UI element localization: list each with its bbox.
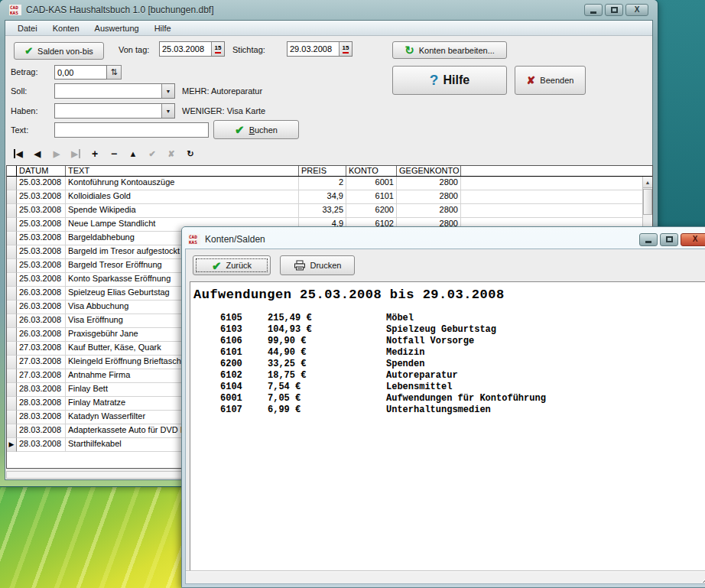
cell-datum[interactable]: 26.03.2008 [17,300,66,314]
scroll-up-button[interactable]: ▲ [643,177,652,188]
cell-preis[interactable]: 33,25 [299,204,346,218]
table-row[interactable]: 25.03.2008 Kontoführung Kontoauszüge 2 6… [7,177,652,190]
dialog-close-button[interactable]: X [681,233,705,246]
close-button[interactable]: X [625,4,648,16]
row-selector[interactable] [7,190,17,204]
menu-hilfe[interactable]: Hilfe [148,22,177,34]
table-row[interactable]: 25.03.2008 Spende Wikipedia 33,25 6200 2… [7,204,652,218]
row-selector[interactable] [7,245,17,259]
cell-preis[interactable]: 2 [299,177,346,190]
drucken-button[interactable]: Drucken [280,255,355,275]
cell-datum[interactable]: 25.03.2008 [17,273,66,287]
cell-datum[interactable]: 25.03.2008 [17,232,66,245]
cell-preis[interactable]: 34,9 [299,190,346,204]
buchen-button[interactable]: ✔ Buchen [213,120,299,139]
row-selector[interactable] [7,218,17,232]
scrollbar-thumb[interactable] [643,189,652,215]
beenden-button[interactable]: ✘ Beenden [515,66,586,95]
cell-datum[interactable]: 28.03.2008 [17,411,66,424]
menu-konten[interactable]: Konten [47,22,86,34]
main-titlebar[interactable]: CAD KAS CAD-KAS Haushaltsbuch 1.0 [buchu… [5,0,653,20]
betrag-input[interactable] [54,65,107,80]
von-tag-calendar-button[interactable]: 15 [211,42,224,56]
table-row[interactable]: 25.03.2008 Kolloidiales Gold 34,9 6101 2… [7,190,652,204]
row-selector[interactable] [7,369,17,383]
cell-gegenkonto[interactable]: 2800 [397,177,461,190]
cell-text[interactable]: Spende Wikipedia [66,204,299,218]
header-gegenkonto[interactable]: GEGENKONTO [397,166,461,176]
cancel-edit-button[interactable]: ✘ [166,148,177,159]
row-selector[interactable] [7,383,17,397]
row-selector[interactable] [7,259,17,273]
row-selector[interactable] [7,287,17,300]
cell-datum[interactable]: 26.03.2008 [17,328,66,342]
last-record-button[interactable]: ▶ [70,148,81,159]
cell-konto[interactable]: 6200 [346,204,397,218]
cell-datum[interactable]: 27.03.2008 [17,342,66,356]
row-selector[interactable] [7,273,17,287]
dialog-maximize-button[interactable] [660,233,678,246]
row-selector[interactable] [7,204,17,218]
cell-gegenkonto[interactable]: 2800 [397,190,461,204]
cell-datum[interactable]: 25.03.2008 [17,259,66,273]
row-selector[interactable] [7,356,17,369]
von-tag-input[interactable] [160,42,211,56]
row-selector[interactable] [7,314,17,328]
cell-konto[interactable]: 6001 [346,177,397,190]
maximize-button[interactable] [605,4,623,16]
header-text[interactable]: TEXT [66,166,299,176]
cell-datum[interactable]: 27.03.2008 [17,369,66,383]
haben-input[interactable] [55,104,161,118]
row-selector[interactable] [7,411,17,424]
soll-input[interactable] [55,84,161,98]
resize-grip[interactable] [701,573,705,583]
salden-von-bis-button[interactable]: ✔ Salden von-bis [14,42,104,60]
header-konto[interactable]: KONTO [346,166,397,176]
zurueck-button[interactable]: ✔ Zurück [193,255,271,275]
cell-datum[interactable]: 28.03.2008 [17,383,66,397]
delete-record-button[interactable]: − [109,148,119,159]
cell-datum[interactable]: 26.03.2008 [17,287,66,300]
post-edit-button[interactable]: ✔ [147,148,158,159]
cell-datum[interactable]: 28.03.2008 [17,424,66,438]
cell-text[interactable]: Kontoführung Kontoauszüge [66,177,299,190]
first-record-button[interactable]: ◀ [13,148,24,159]
row-selector[interactable] [7,177,17,190]
cell-gegenkonto[interactable]: 2800 [397,204,461,218]
header-datum[interactable]: DATUM [17,166,66,176]
cell-datum[interactable]: 25.03.2008 [17,190,66,204]
betrag-spinner[interactable]: ⇅ [107,65,122,80]
cell-konto[interactable]: 6101 [346,190,397,204]
next-record-button[interactable]: ▶ [51,148,62,159]
cell-datum[interactable]: 28.03.2008 [17,438,66,452]
hilfe-button[interactable]: ? Hilfe [392,66,507,95]
dialog-titlebar[interactable]: CAD KAS Konten/Salden X [185,230,705,249]
cell-datum[interactable]: 25.03.2008 [17,204,66,218]
insert-record-button[interactable]: + [89,148,100,159]
row-selector[interactable] [7,342,17,356]
refresh-records-button[interactable]: ↻ [185,148,196,159]
stichtag-calendar-button[interactable]: 15 [339,42,352,56]
edit-record-button[interactable]: ▲ [128,148,138,159]
row-selector[interactable] [7,424,17,438]
cell-datum[interactable]: 25.03.2008 [17,218,66,232]
cell-datum[interactable]: 25.03.2008 [17,177,66,190]
row-selector[interactable] [7,328,17,342]
row-selector[interactable] [7,232,17,245]
cell-text[interactable]: Kolloidiales Gold [66,190,299,204]
konten-bearbeiten-button[interactable]: ↻ Konten bearbeiten... [392,41,507,59]
soll-dropdown-button[interactable]: ▼ [161,84,174,98]
row-selector[interactable]: ▶ [7,438,17,452]
prior-record-button[interactable]: ◀ [32,148,43,159]
row-selector[interactable] [7,397,17,411]
text-input[interactable] [54,122,209,138]
minimize-button[interactable] [584,4,603,16]
menu-auswertung[interactable]: Auswertung [89,22,145,34]
header-preis[interactable]: PREIS [299,166,346,176]
row-selector[interactable] [7,300,17,314]
cell-datum[interactable]: 26.03.2008 [17,314,66,328]
menu-datei[interactable]: Datei [11,22,44,34]
dialog-minimize-button[interactable] [639,233,658,246]
stichtag-input[interactable] [288,42,339,56]
haben-dropdown-button[interactable]: ▼ [161,104,174,118]
